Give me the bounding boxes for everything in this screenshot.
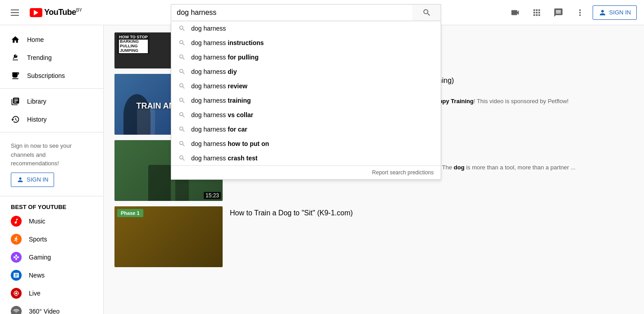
video-card-2[interactable]: Phase 1 How to Train a Dog to "Sit" (K9-… [114,206,633,267]
search-input[interactable] [171,4,441,21]
search-button[interactable] [412,4,441,21]
sidebar-divider-3 [0,196,103,196]
upload-icon [510,8,520,18]
news-icon [11,270,22,275]
dropdown-item-7-text: dog harness for car [191,126,247,133]
search-icon [422,8,431,17]
sidebar-sign-in-label: SIGN IN [27,176,48,183]
phase-label: Phase 1 [117,209,143,217]
dropdown-item-9-text: dog harness crash test [191,155,257,162]
sidebar-item-sports-label: Sports [29,236,47,243]
sidebar-item-library-label: Library [27,98,46,105]
video-title-2: How to Train a Dog to "Sit" (K9-1.com) [230,208,633,218]
dropdown-item-0[interactable]: dog harness [171,21,441,36]
dropdown-item-1[interactable]: dog harness instructions [171,36,441,50]
youtube-logo-icon [30,8,42,17]
apps-icon-btn[interactable] [528,4,546,22]
hamburger-menu[interactable] [7,6,23,19]
more-icon [575,8,585,18]
logo-text: YouTubeBY [44,8,82,17]
dropdown-item-2-text: dog harness for pulling [191,54,258,61]
dropdown-item-5[interactable]: dog harness training [171,93,441,108]
header-right: SIGN IN [506,4,637,22]
video-info-2: How to Train a Dog to "Sit" (K9-1.com) [230,206,633,267]
header: YouTubeBY dog harness dog harness instru… [0,0,644,25]
sidebar: Home Trending Subscriptions Library H [0,25,104,274]
dropdown-item-4-text: dog harness review [191,82,247,90]
home-icon [11,35,20,44]
dropdown-item-4[interactable]: dog harness review [171,79,441,93]
library-icon [11,97,20,106]
sign-in-label: SIGN IN [609,9,631,16]
sidebar-divider-1 [0,88,103,89]
sidebar-item-gaming-label: Gaming [29,254,51,261]
apps-icon [532,8,542,18]
more-icon-btn[interactable] [571,4,589,22]
sign-in-button[interactable]: SIGN IN [593,5,637,20]
sidebar-item-trending-label: Trending [27,54,52,61]
dropdown-item-3[interactable]: dog harness diy [171,64,441,79]
sign-in-description: Sign in now to see your channels and rec… [11,142,72,167]
subscriptions-icon [11,71,20,80]
sidebar-item-subscriptions-label: Subscriptions [27,72,65,79]
dropdown-item-8-text: dog harness how to put on [191,140,269,147]
sidebar-divider-2 [0,132,103,132]
report-search-predictions[interactable]: Report search predictions [171,165,441,179]
dropdown-item-3-text: dog harness diy [191,68,237,75]
dropdown-item-9[interactable]: dog harness crash test [171,151,441,165]
dropdown-item-1-text: dog harness instructions [191,39,264,46]
video-thumb-2: Phase 1 [114,206,223,267]
messages-icon [553,8,563,18]
sidebar-item-news-label: News [29,272,45,275]
header-left: YouTubeBY [7,6,106,19]
logo[interactable]: YouTubeBY [30,8,82,17]
sidebar-item-gaming[interactable]: Gaming [0,248,103,266]
sidebar-item-library[interactable]: Library [0,92,103,110]
search-wrapper: dog harness dog harness instructions dog… [171,4,441,21]
dropdown-item-5-text: dog harness training [191,97,251,104]
person-small-icon [17,176,24,183]
upload-icon-btn[interactable] [506,4,524,22]
search-dropdown: dog harness dog harness instructions dog… [171,21,441,180]
header-center: dog harness dog harness instructions dog… [106,4,506,21]
sports-icon [11,234,22,245]
sidebar-item-music[interactable]: Music [0,212,103,230]
sidebar-item-news[interactable]: News [0,266,103,275]
sidebar-item-subscriptions[interactable]: Subscriptions [0,67,103,85]
sidebar-item-home[interactable]: Home [0,31,103,49]
sidebar-item-trending[interactable]: Trending [0,49,103,67]
sign-in-section: Sign in now to see your channels and rec… [0,136,103,192]
dropdown-item-2[interactable]: dog harness for pulling [171,50,441,64]
sidebar-item-sports[interactable]: Sports [0,230,103,248]
video-duration-1: 15:23 [204,192,221,199]
music-icon [11,216,22,227]
dropdown-item-8[interactable]: dog harness how to put on [171,137,441,151]
messages-icon-btn[interactable] [549,4,567,22]
sidebar-item-history[interactable]: History [0,110,103,128]
person-icon [598,9,607,17]
dropdown-item-0-text: dog harness [191,25,226,32]
history-icon [11,115,20,124]
sidebar-sign-in-button[interactable]: SIGN IN [11,173,54,187]
sidebar-item-history-label: History [27,116,47,123]
sidebar-item-music-label: Music [29,218,46,225]
trending-icon [11,53,20,62]
dropdown-item-6[interactable]: dog harness vs collar [171,108,441,122]
dropdown-item-7[interactable]: dog harness for car [171,122,441,137]
sidebar-item-home-label: Home [27,36,44,43]
best-of-youtube-title: BEST OF YOUTUBE [0,200,103,212]
dropdown-item-6-text: dog harness vs collar [191,111,253,118]
gaming-icon [11,252,22,263]
